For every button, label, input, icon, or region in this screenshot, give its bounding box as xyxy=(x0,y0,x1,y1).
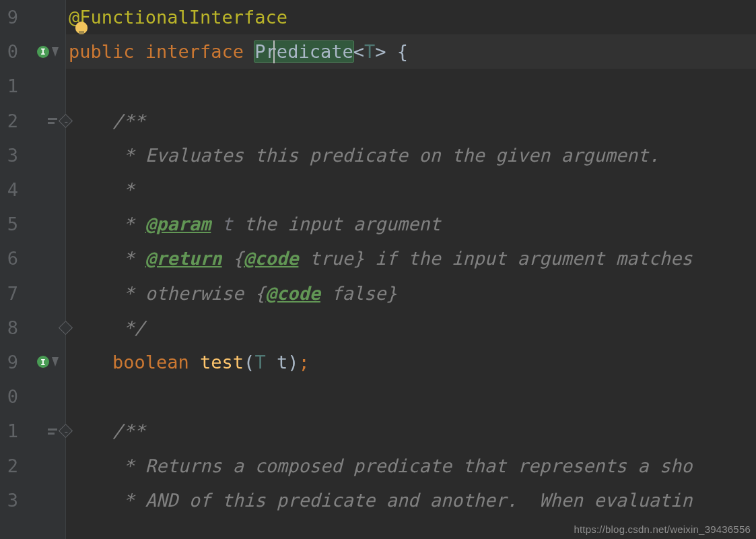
token-comment: true} if the input argument matches xyxy=(298,248,692,269)
token-punct: ) xyxy=(287,352,298,373)
implements-icon[interactable]: I xyxy=(37,356,49,368)
gutter-row[interactable]: 1 xyxy=(0,69,65,103)
token-plain: Predicate xyxy=(254,40,353,63)
code-line[interactable] xyxy=(66,69,756,103)
gutter-row[interactable]: 4 xyxy=(0,172,65,207)
token-doctag: @param xyxy=(145,214,211,234)
gutter-row[interactable]: 3 xyxy=(0,483,65,517)
implements-icon[interactable]: I xyxy=(37,46,49,58)
gutter-icons: I xyxy=(18,356,59,368)
gutter-row[interactable]: 5 xyxy=(0,207,65,241)
token-punct: < xyxy=(353,41,364,62)
code-line[interactable]: public interface Predicate<T> { xyxy=(66,34,756,69)
gutter-row[interactable]: 1 xyxy=(0,414,65,448)
watermark-text: https://blog.csdn.net/weixin_39436556 xyxy=(574,524,751,535)
code-line[interactable]: */ xyxy=(66,311,756,345)
editor[interactable]: 90I123456789I0123 @FunctionalInterfacepu… xyxy=(0,0,756,539)
token-doctag: @return xyxy=(145,248,222,269)
gutter-icons xyxy=(18,116,59,125)
code-line[interactable]: * Returns a composed predicate that repr… xyxy=(66,448,756,482)
override-down-icon[interactable] xyxy=(52,357,59,367)
token-comment: /** xyxy=(69,110,145,131)
gutter-icons xyxy=(18,426,59,436)
token-comment: /** xyxy=(69,420,145,441)
gutter-icons: I xyxy=(18,46,59,58)
code-line[interactable]: * otherwise {@code false} xyxy=(66,276,756,311)
line-number: 9 xyxy=(3,7,18,28)
gutter-row[interactable]: 9 xyxy=(0,0,65,34)
token-plain xyxy=(69,352,112,373)
code-line[interactable]: /** xyxy=(66,414,756,448)
token-comment xyxy=(211,214,221,234)
token-comment: * otherwise { xyxy=(69,283,266,304)
token-comment: */ xyxy=(69,317,145,338)
token-kw: interface xyxy=(145,41,255,62)
token-semicolon: ; xyxy=(298,352,309,373)
text-caret xyxy=(273,40,275,63)
line-number: 4 xyxy=(3,179,18,200)
code-line[interactable]: boolean test(T t); xyxy=(66,345,756,379)
gutter-row[interactable]: 7 xyxy=(0,276,65,311)
line-number: 3 xyxy=(3,145,18,166)
gutter-row[interactable]: 9I xyxy=(0,345,65,379)
code-line[interactable]: /** xyxy=(66,104,756,138)
token-anno: @FunctionalInterface xyxy=(69,7,287,28)
token-doctag: @code xyxy=(244,248,298,269)
line-number: 0 xyxy=(3,386,18,407)
line-number: 8 xyxy=(3,317,18,338)
token-typeParam: T xyxy=(254,352,277,373)
token-comment: * xyxy=(69,248,145,269)
token-doctag: @code xyxy=(266,283,320,304)
line-number: 1 xyxy=(3,75,18,96)
token-comment: * xyxy=(69,179,135,200)
token-punct: > { xyxy=(375,41,408,62)
code-line[interactable]: * @param t the input argument xyxy=(66,207,756,241)
gutter-row[interactable]: 0 xyxy=(0,379,65,414)
line-number: 2 xyxy=(3,110,18,131)
token-comment: * xyxy=(69,214,145,234)
gutter-row[interactable]: 2 xyxy=(0,104,65,138)
line-number: 2 xyxy=(3,455,18,476)
token-punct: ( xyxy=(244,352,254,373)
code-line[interactable] xyxy=(66,379,756,414)
intention-bulb-icon[interactable] xyxy=(75,22,88,34)
token-comment: * AND of this predicate and another. Whe… xyxy=(69,490,693,511)
code-line[interactable]: * xyxy=(66,172,756,207)
gutter: 90I123456789I0123 xyxy=(0,0,66,539)
code-line[interactable]: * AND of this predicate and another. Whe… xyxy=(66,483,756,517)
token-comment: * Evaluates this predicate on the given … xyxy=(69,145,660,166)
gutter-row[interactable]: 8 xyxy=(0,311,65,345)
code-line[interactable]: * @return {@code true} if the input argu… xyxy=(66,241,756,276)
line-number: 1 xyxy=(3,420,18,441)
gutter-row[interactable]: 2 xyxy=(0,448,65,482)
token-kw: boolean xyxy=(112,352,200,373)
gutter-row[interactable]: 3 xyxy=(0,138,65,172)
gutter-row[interactable]: 6 xyxy=(0,241,65,276)
token-comment: false} xyxy=(320,283,397,304)
override-down-icon[interactable] xyxy=(52,47,59,57)
line-number: 9 xyxy=(3,352,18,373)
token-plain: t xyxy=(277,352,287,373)
code-line[interactable]: @FunctionalInterface xyxy=(66,0,756,34)
token-comment: { xyxy=(222,248,244,269)
line-number: 0 xyxy=(3,41,18,62)
token-typeParam: T xyxy=(364,41,375,62)
line-number: 6 xyxy=(3,248,18,269)
wrap-icon xyxy=(46,116,59,125)
wrap-icon xyxy=(46,426,59,436)
line-number: 3 xyxy=(3,490,18,511)
token-comment: the input argument xyxy=(233,214,441,234)
code-area[interactable]: @FunctionalInterfacepublic interface Pre… xyxy=(66,0,756,539)
code-line[interactable]: * Evaluates this predicate on the given … xyxy=(66,138,756,172)
line-number: 7 xyxy=(3,283,18,304)
token-comment: * Returns a composed predicate that repr… xyxy=(69,455,693,476)
token-kw: public xyxy=(69,41,145,62)
gutter-row[interactable]: 0I xyxy=(0,34,65,69)
token-paramName: t xyxy=(222,214,233,234)
line-number: 5 xyxy=(3,214,18,234)
token-method: test xyxy=(200,352,244,373)
